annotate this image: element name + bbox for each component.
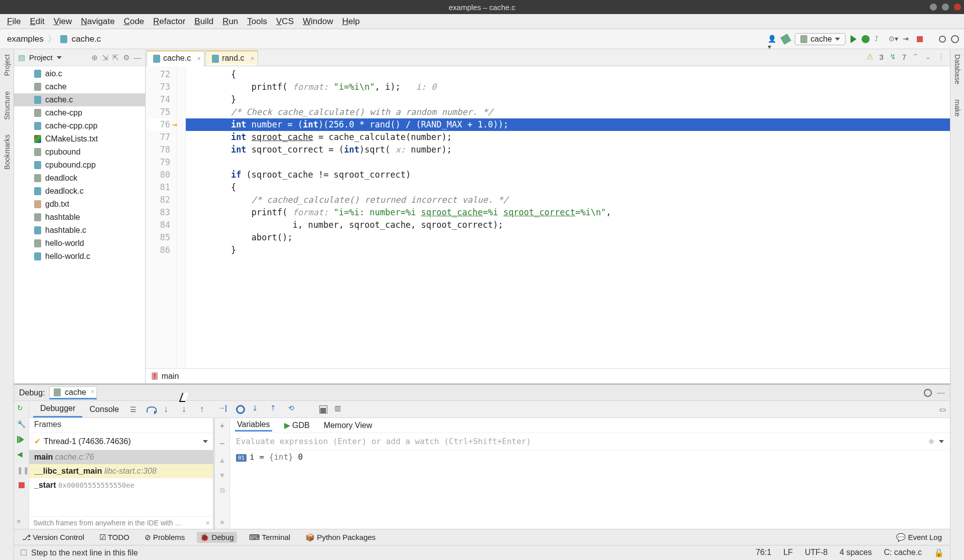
- lock-icon[interactable]: 🔒: [934, 548, 944, 557]
- run-config-selector[interactable]: cache: [795, 33, 846, 45]
- file-item[interactable]: cache: [14, 80, 145, 93]
- file-item[interactable]: gdb.txt: [14, 198, 145, 211]
- crumb-project[interactable]: examples: [5, 33, 46, 45]
- tab-variables[interactable]: Variables: [235, 419, 272, 432]
- window-minimize-button[interactable]: [930, 4, 937, 11]
- remove-watch-icon[interactable]: −: [219, 439, 225, 449]
- file-item[interactable]: cpubound: [14, 146, 145, 159]
- code-editor[interactable]: 727374757677787980818283848586 { printf(…: [146, 66, 950, 368]
- status-indent[interactable]: 4 spaces: [839, 548, 872, 557]
- stop-debug-button[interactable]: [19, 482, 25, 488]
- hide-icon[interactable]: —: [134, 53, 141, 62]
- file-item[interactable]: hashtable: [14, 211, 145, 224]
- next-highlight-icon[interactable]: ⌄: [925, 52, 931, 61]
- down-icon[interactable]: ▼: [219, 471, 226, 479]
- trace-current-button[interactable]: ⤓: [252, 404, 263, 415]
- file-item[interactable]: cache-cpp: [14, 106, 145, 119]
- tab-memory-view[interactable]: Memory View: [322, 420, 375, 431]
- menu-navigate[interactable]: Navigate: [77, 16, 118, 28]
- code-line[interactable]: printf( format: "i=%i: number=%i sqroot_…: [186, 206, 950, 219]
- step-out-button[interactable]: [200, 404, 211, 415]
- debug-button[interactable]: [862, 35, 870, 43]
- coverage-button[interactable]: ⤴: [875, 35, 884, 44]
- tool-tab-database[interactable]: Database: [953, 54, 961, 84]
- context-crumb[interactable]: main: [162, 372, 179, 381]
- resume-button[interactable]: [19, 436, 24, 443]
- run-button[interactable]: [851, 35, 857, 43]
- line-number[interactable]: 78: [148, 144, 170, 156]
- debug-session-tab[interactable]: cache ×: [49, 386, 97, 399]
- line-number[interactable]: 80: [148, 169, 170, 181]
- modify-run-button[interactable]: 🔧: [17, 420, 26, 429]
- line-number[interactable]: 81: [148, 181, 170, 194]
- code-line[interactable]: i, number, sqroot_cache, sqroot_correct)…: [186, 219, 950, 231]
- prev-highlight-icon[interactable]: ⌃: [912, 52, 919, 61]
- hide-icon[interactable]: —: [937, 388, 945, 397]
- close-icon[interactable]: ×: [206, 519, 210, 527]
- tab-debugger[interactable]: Debugger: [33, 401, 82, 417]
- menu-window[interactable]: Window: [299, 16, 337, 28]
- tool-debug[interactable]: 🐞 Debug: [197, 532, 236, 543]
- code-line[interactable]: /* Check cache_calculate() with a random…: [186, 106, 950, 118]
- step-back-button[interactable]: ◀: [17, 450, 26, 459]
- menu-vcs[interactable]: VCS: [272, 16, 298, 28]
- code-line[interactable]: /* cached_calculate() returned incorrect…: [186, 194, 950, 206]
- line-number[interactable]: 75: [148, 106, 170, 118]
- chevron-down-icon[interactable]: [57, 56, 62, 59]
- rerun-button[interactable]: ↻: [17, 404, 26, 413]
- thread-selector[interactable]: ✔ Thread-1 (74636.74636): [29, 433, 213, 450]
- attach-button[interactable]: ⇥: [903, 35, 912, 44]
- code-line[interactable]: int sqroot_correct = (int)sqrt( x: numbe…: [186, 144, 950, 156]
- line-number[interactable]: 84: [148, 219, 170, 231]
- force-step-into-button[interactable]: [182, 404, 193, 415]
- tool-tab-bookmarks[interactable]: Bookmarks: [3, 134, 11, 170]
- editor-tab[interactable]: cache.c×: [147, 50, 204, 66]
- line-number[interactable]: 73: [148, 81, 170, 93]
- code-line[interactable]: printf( format: "i=%i\n", i); i: 0: [186, 81, 950, 93]
- code-line[interactable]: }: [186, 93, 950, 106]
- view-icon[interactable]: ▥: [334, 404, 345, 415]
- layout-icon[interactable]: ▭: [939, 405, 946, 413]
- more-icon[interactable]: »: [17, 517, 26, 526]
- user-icon[interactable]: 👤▾: [768, 35, 777, 44]
- stop-button[interactable]: [917, 36, 923, 42]
- step-into-button[interactable]: [164, 404, 175, 415]
- build-button[interactable]: [780, 34, 791, 45]
- variable-list[interactable]: 01i = {int} 0: [230, 450, 950, 529]
- code-line[interactable]: int sqroot_cache = cache_calculate(numbe…: [186, 131, 950, 144]
- line-number[interactable]: 74: [148, 93, 170, 106]
- code-body[interactable]: { printf( format: "i=%i\n", i); i: 0 } /…: [186, 66, 950, 368]
- search-icon[interactable]: [939, 36, 946, 43]
- file-item[interactable]: hello-world.c: [14, 250, 145, 263]
- file-item[interactable]: cache.c: [14, 93, 145, 106]
- drop-frame-button[interactable]: ⤒: [270, 404, 281, 415]
- code-line[interactable]: [186, 156, 950, 169]
- watch-input[interactable]: Evaluate expression (Enter) or add a wat…: [230, 433, 950, 450]
- stack-frame[interactable]: __libc_start_main libc-start.c:308: [29, 464, 213, 478]
- line-number[interactable]: 77: [148, 131, 170, 144]
- line-number[interactable]: 76: [148, 118, 170, 131]
- tab-gdb[interactable]: ▶ GDB: [282, 419, 312, 431]
- close-icon[interactable]: ×: [91, 388, 94, 395]
- menu-tools[interactable]: Tools: [243, 16, 271, 28]
- status-position[interactable]: 76:1: [756, 548, 771, 557]
- run-to-cursor-button[interactable]: [218, 404, 229, 415]
- tool-tab-structure[interactable]: Structure: [3, 91, 11, 120]
- code-line[interactable]: {: [186, 68, 950, 81]
- add-watch-icon[interactable]: +: [219, 421, 225, 432]
- stack-frame[interactable]: _start 0x00005555555550ee: [29, 478, 213, 492]
- status-icon[interactable]: ☐: [20, 548, 27, 557]
- menu-build[interactable]: Build: [190, 16, 217, 28]
- stack-frame[interactable]: main cache.c:76: [29, 450, 213, 464]
- file-item[interactable]: hello-world: [14, 237, 145, 250]
- up-icon[interactable]: ▲: [219, 456, 226, 464]
- menu-file[interactable]: File: [3, 16, 25, 28]
- project-tree[interactable]: aio.ccachecache.ccache-cppcache-cpp.cppC…: [14, 66, 145, 383]
- close-icon[interactable]: ×: [197, 55, 201, 62]
- tool-python-packages[interactable]: 📦 Python Packages: [302, 532, 379, 543]
- editor-tab[interactable]: rand.c×: [205, 50, 258, 66]
- file-item[interactable]: deadlock.c: [14, 185, 145, 198]
- more-icon[interactable]: ⋮: [937, 52, 945, 61]
- menu-edit[interactable]: Edit: [26, 16, 48, 28]
- line-number[interactable]: 72: [148, 68, 170, 81]
